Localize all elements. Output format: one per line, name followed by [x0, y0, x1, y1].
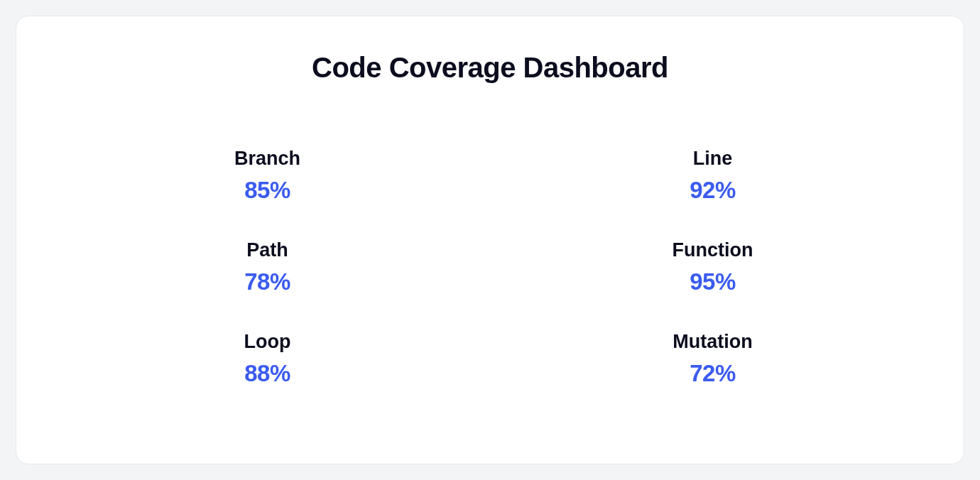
metric-function: Function 95% — [673, 239, 753, 295]
metric-loop-value: 88% — [244, 360, 291, 387]
metric-mutation-value: 72% — [673, 360, 752, 387]
metric-mutation-label: Mutation — [673, 331, 752, 353]
dashboard-card: Code Coverage Dashboard Branch 85% Line … — [16, 16, 964, 464]
metric-path: Path 78% — [244, 239, 290, 295]
metric-branch-value: 85% — [234, 177, 300, 204]
metric-line: Line 92% — [690, 148, 736, 204]
metric-function-label: Function — [673, 239, 753, 261]
metric-loop-label: Loop — [244, 331, 291, 353]
page-title: Code Coverage Dashboard — [59, 52, 921, 84]
metric-line-value: 92% — [690, 177, 736, 204]
metric-branch: Branch 85% — [234, 148, 300, 204]
metric-loop: Loop 88% — [244, 331, 291, 387]
metrics-grid: Branch 85% Line 92% Path 78% Function 95… — [59, 148, 921, 387]
metric-line-label: Line — [690, 148, 736, 170]
metric-function-value: 95% — [673, 268, 753, 295]
metric-path-label: Path — [244, 239, 290, 261]
metric-mutation: Mutation 72% — [673, 331, 752, 387]
metric-path-value: 78% — [244, 268, 290, 295]
metric-branch-label: Branch — [234, 148, 300, 170]
